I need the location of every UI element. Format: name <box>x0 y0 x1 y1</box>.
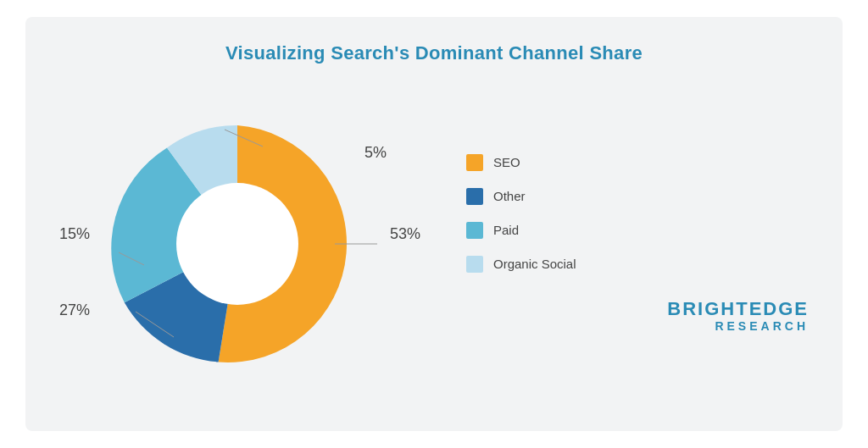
donut-chart <box>93 100 381 388</box>
legend-label-paid: Paid <box>493 223 519 237</box>
legend-item-organic: Organic Social <box>466 256 809 273</box>
label-paid-pct: 15% <box>59 225 90 243</box>
chart-area: 53% 27% 15% 5% SEO Other Paid Organic So… <box>59 81 809 406</box>
legend: SEO Other Paid Organic Social BRIGHTEDGE… <box>466 154 809 333</box>
chart-title: Visualizing Search's Dominant Channel Sh… <box>59 42 809 64</box>
legend-label-organic: Organic Social <box>493 257 576 271</box>
brand-name: BRIGHTEDGE <box>466 298 809 319</box>
label-other-pct: 27% <box>59 301 90 319</box>
legend-item-paid: Paid <box>466 222 809 239</box>
legend-item-other: Other <box>466 188 809 205</box>
swatch-organic <box>466 256 483 273</box>
swatch-other <box>466 188 483 205</box>
legend-item-seo: SEO <box>466 154 809 171</box>
donut-wrapper: 53% 27% 15% 5% <box>59 100 415 388</box>
brand-sub: RESEARCH <box>466 319 809 333</box>
legend-label-other: Other <box>493 189 526 203</box>
swatch-paid <box>466 222 483 239</box>
label-organic-pct: 5% <box>364 144 387 162</box>
legend-label-seo: SEO <box>493 155 520 169</box>
brand-block: BRIGHTEDGE RESEARCH <box>466 290 809 333</box>
swatch-seo <box>466 154 483 171</box>
main-card: Visualizing Search's Dominant Channel Sh… <box>25 17 843 431</box>
donut-hole <box>176 183 298 305</box>
label-seo-pct: 53% <box>390 225 420 243</box>
